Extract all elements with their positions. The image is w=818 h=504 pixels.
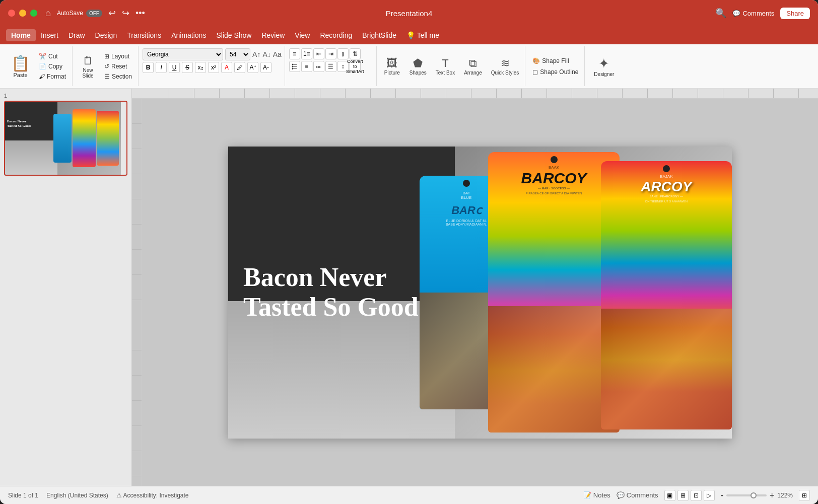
pkg-tagline-center: — MAR · SOOCESS — <box>538 187 570 190</box>
notes-button[interactable]: 📝 Notes <box>583 491 610 499</box>
textbox-button[interactable]: T Text Box <box>433 48 458 84</box>
clear-format-icon[interactable]: Aa <box>273 50 282 58</box>
accessibility-icon: ⚠ <box>116 492 122 499</box>
slide-main[interactable]: Bacon Never Tasted So Good <box>228 147 732 439</box>
statusbar: Slide 1 of 1 English (United States) ⚠ A… <box>0 486 818 504</box>
section-button[interactable]: ☰ Section <box>101 72 135 81</box>
list-row: ≡ 1≡ ⇤ ⇥ ⫿ ⇅ <box>289 48 373 59</box>
highlight-button[interactable]: 🖊 <box>234 62 245 73</box>
accessibility-info: ⚠ Accessibility: Investigate <box>116 492 189 499</box>
comment-icon: 💬 <box>732 10 740 17</box>
traffic-lights <box>8 10 37 17</box>
smart-art-button[interactable]: Convert to SmartArt <box>350 61 361 72</box>
close-button[interactable] <box>8 10 15 17</box>
align-left-button[interactable]: ⬱ <box>289 61 300 72</box>
superscript-button[interactable]: x² <box>208 62 219 73</box>
menu-transitions[interactable]: Transitions <box>122 29 166 41</box>
zoom-slider[interactable] <box>726 494 767 496</box>
more-icon[interactable]: ••• <box>135 8 145 19</box>
increase-indent-button[interactable]: ⇥ <box>325 48 336 59</box>
menu-home[interactable]: Home <box>6 29 36 41</box>
shape-fill-button[interactable]: 🎨 Shape Fill <box>529 56 581 65</box>
lightbulb-icon: 💡 <box>406 31 415 39</box>
designer-button[interactable]: ✦ Designer <box>589 48 619 84</box>
bullet-list-button[interactable]: ≡ <box>289 48 300 59</box>
quick-styles-button[interactable]: ≋ Quick Styles <box>488 48 522 84</box>
menu-slideshow[interactable]: Slide Show <box>211 29 256 41</box>
align-center-button[interactable]: ≡ <box>301 61 312 72</box>
comments-button[interactable]: 💬 Comments <box>732 10 774 17</box>
menu-recording[interactable]: Recording <box>315 29 357 41</box>
view-buttons: ▣ ⊞ ⊡ ▷ <box>664 490 715 501</box>
zoom-out-icon[interactable]: - <box>721 491 723 500</box>
bacon-center <box>488 306 619 433</box>
copy-button[interactable]: 📄 Copy <box>36 62 69 71</box>
window-title: Presentation4 <box>386 9 433 18</box>
menu-review[interactable]: Review <box>256 29 290 41</box>
menu-tell-me[interactable]: 💡 Tell me <box>401 29 444 41</box>
font-color-button[interactable]: A <box>221 62 232 73</box>
zoom-thumb <box>751 492 757 498</box>
menu-draw[interactable]: Draw <box>63 29 90 41</box>
share-button[interactable]: Share <box>780 8 810 19</box>
redo-icon[interactable]: ↪ <box>122 8 129 19</box>
menu-brightslide[interactable]: BrightSlide <box>357 29 401 41</box>
font-family-select[interactable]: Georgia <box>143 48 223 60</box>
home-icon[interactable]: ⌂ <box>45 8 51 19</box>
slideshow-button[interactable]: ▷ <box>704 490 715 501</box>
cut-button[interactable]: ✂️ Cut <box>36 52 69 61</box>
menu-animations[interactable]: Animations <box>166 29 211 41</box>
increase-font-icon[interactable]: A↑ <box>252 50 260 58</box>
paste-button[interactable]: 📋 Paste <box>7 48 34 84</box>
comments-status-button[interactable]: 💬 Comments <box>617 491 658 499</box>
decrease-indent-button[interactable]: ⇤ <box>313 48 324 59</box>
vertical-ruler <box>132 99 142 486</box>
layout-icon: ⊞ <box>104 53 109 60</box>
font-size-select[interactable]: 54 <box>225 48 250 60</box>
strikethrough-button[interactable]: S <box>182 62 193 73</box>
font-size-down-btn[interactable]: A- <box>260 62 271 73</box>
reading-view-button[interactable]: ⊡ <box>691 490 702 501</box>
autosave-state[interactable]: OFF <box>86 10 102 17</box>
clipboard-group: 📋 Paste ✂️ Cut 📄 Copy 🖌 Format <box>4 46 73 86</box>
font-row-2: B I U S x₂ x² A 🖊 Aᐩ A- <box>143 62 282 73</box>
packages-wrapper: BATBLUE BARᴄ BLUE DORION & OAT M.BASE AD… <box>420 147 732 439</box>
menu-view[interactable]: View <box>290 29 315 41</box>
justify-button[interactable]: ☰ <box>325 61 336 72</box>
search-icon[interactable]: 🔍 <box>715 8 726 19</box>
maximize-button[interactable] <box>30 10 37 17</box>
italic-button[interactable]: I <box>156 62 167 73</box>
format-icon: 🖌 <box>39 73 45 80</box>
undo-icon[interactable]: ↩ <box>108 8 116 19</box>
picture-button[interactable]: 🖼 Picture <box>381 48 403 84</box>
arrange-icon: ⧉ <box>469 57 477 70</box>
fit-to-window-button[interactable]: ⊞ <box>799 490 810 501</box>
menu-insert[interactable]: Insert <box>36 29 63 41</box>
language-info: English (United States) <box>46 492 108 499</box>
decrease-font-icon[interactable]: A↓ <box>262 50 270 58</box>
menu-design[interactable]: Design <box>90 29 122 41</box>
align-right-button[interactable]: ⬰ <box>313 61 324 72</box>
reset-button[interactable]: ↺ Reset <box>101 62 135 71</box>
slide-thumbnail[interactable]: Bacon Never Tasted So Good <box>4 101 127 176</box>
shape-outline-button[interactable]: ▢ Shape Outline <box>529 67 581 77</box>
layout-button[interactable]: ⊞ Layout <box>101 52 135 61</box>
subscript-button[interactable]: x₂ <box>195 62 206 73</box>
normal-view-button[interactable]: ▣ <box>664 490 675 501</box>
direction-button[interactable]: ⇅ <box>350 48 361 59</box>
autosave-toggle[interactable]: AutoSave OFF <box>57 10 102 17</box>
arrange-button[interactable]: ⧉ Arrange <box>461 48 485 84</box>
zoom-in-icon[interactable]: + <box>770 491 774 500</box>
new-slide-button[interactable]: 🗒 NewSlide <box>77 48 99 84</box>
bold-button[interactable]: B <box>143 62 154 73</box>
menubar: Home Insert Draw Design Transitions Anim… <box>0 26 818 44</box>
horizontal-ruler <box>132 89 818 99</box>
format-button[interactable]: 🖌 Format <box>36 72 69 81</box>
minimize-button[interactable] <box>19 10 26 17</box>
underline-button[interactable]: U <box>169 62 180 73</box>
shapes-button[interactable]: ⬟ Shapes <box>406 48 430 84</box>
font-size-up-btn[interactable]: Aᐩ <box>247 62 258 73</box>
slide-sorter-button[interactable]: ⊞ <box>677 490 689 501</box>
numbered-list-button[interactable]: 1≡ <box>301 48 312 59</box>
columns-button[interactable]: ⫿ <box>337 48 349 59</box>
